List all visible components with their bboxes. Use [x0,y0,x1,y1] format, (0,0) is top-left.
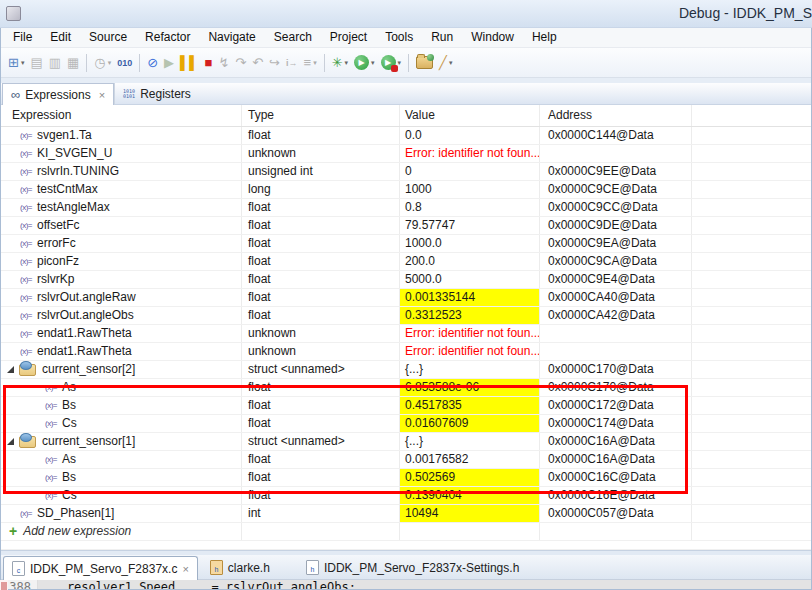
dropdown-arrow-icon[interactable]: ▾ [21,59,25,67]
toolbar-separator [324,54,325,72]
view-tab-bar: ∞Expressions×1010 0101Registers [0,83,812,105]
table-row[interactable]: (x)=rslvrOut.angleObsfloat0.33125230x000… [0,307,812,325]
step-over-button: ↶ [249,52,266,74]
code-editor-line[interactable]: 388 resolver1.Speed = rslvrOut.angleObs; [0,580,812,590]
expression-icon: (x)= [20,181,32,198]
close-tab-icon[interactable]: × [99,89,105,101]
expression-name: testCntMax [37,181,98,198]
editor-tab-settings-h[interactable]: hIDDK_PM_Servo_F2837x-Settings.h [298,556,527,579]
menu-project[interactable]: Project [321,28,376,47]
table-row[interactable]: (x)=Csfloat0.13904040x0000C16E@Data [0,487,812,505]
expression-name: rslvrIn.TUNING [37,163,119,180]
expression-icon: (x)= [45,451,57,468]
expand-arrow-icon[interactable] [7,438,14,445]
step-into-icon: ↷ [235,52,246,74]
expression-icon: (x)= [20,217,32,234]
table-row[interactable]: (x)=testAngleMaxfloat0.80x0000C9CC@Data [0,199,812,217]
type-cell: float [242,127,400,144]
table-row[interactable]: (x)=Asfloat6.853588e-060x0000C170@Data [0,379,812,397]
column-header-type[interactable]: Type [242,105,400,126]
table-row[interactable]: (x)=rslvrKpfloat5000.00x0000C9E4@Data [0,271,812,289]
table-row[interactable]: (x)=Csfloat0.016076090x0000C174@Data [0,415,812,433]
column-header-address[interactable]: Address [540,105,692,126]
editor-tab-iddk-pm-servo-c[interactable]: cIDDK_PM_Servo_F2837x.c× [3,556,198,580]
table-row[interactable]: (x)=svgen1.Tafloat0.00x0000C144@Data [0,127,812,145]
menu-run[interactable]: Run [422,28,462,47]
address-cell: 0x0000C16A@Data [540,433,692,450]
table-row[interactable]: current_sensor[2]struct <unnamed>{...}0x… [0,361,812,379]
file-c-icon: c [12,561,25,576]
open-project-button[interactable] [413,52,436,74]
table-row[interactable]: current_sensor[1]struct <unnamed>{...}0x… [0,433,812,451]
table-row[interactable]: (x)=offsetFcfloat79.577470x0000C9DE@Data [0,217,812,235]
editor-tab-clarke-h[interactable]: hclarke.h [202,556,278,579]
resume-button: ▶ [161,52,177,74]
column-header-value[interactable]: Value [400,105,540,126]
expression-icon: (x)= [20,145,32,162]
menu-refactor[interactable]: Refactor [136,28,199,47]
menu-tools[interactable]: Tools [376,28,422,47]
address-cell: 0x0000C16A@Data [540,451,692,468]
expression-icon: (x)= [20,307,32,324]
value-cell: 0.1390404 [400,487,540,504]
table-row[interactable]: (x)=piconFzfloat200.00x0000C9CA@Data [0,253,812,271]
run-icon: ▶ [354,55,369,70]
clean-icon: ╱ [439,52,447,74]
menu-edit[interactable]: Edit [41,28,80,47]
type-cell: float [242,487,400,504]
suspend-button[interactable]: ▌▌ [177,52,201,74]
terminate-button[interactable]: ■ [202,52,216,74]
address-cell: 0x0000C057@Data [540,505,692,522]
value-cell: 0.001335144 [400,289,540,306]
registers-binary-icon: 1010 0101 [123,89,135,99]
dropdown-arrow-icon[interactable]: ▾ [449,59,453,67]
value-cell: 5000.0 [400,271,540,288]
table-row[interactable]: (x)=testCntMaxlong10000x0000C9CE@Data [0,181,812,199]
table-row[interactable]: (x)=SD_Phasen[1]int104940x0000C057@Data [0,505,812,523]
run-button[interactable]: ▶▾ [351,52,378,74]
dropdown-arrow-icon[interactable]: ▾ [313,59,317,67]
new-wizard-button[interactable]: ⊞▾ [5,52,27,74]
address-cell [540,343,692,360]
dropdown-arrow-icon[interactable]: ▾ [398,59,402,67]
table-row[interactable]: (x)=endat1.RawThetaunknownError: identif… [0,325,812,343]
table-row[interactable]: (x)=errorFcfloat1000.00x0000C9EA@Data [0,235,812,253]
dropdown-arrow-icon[interactable]: ▾ [345,59,349,67]
dropdown-arrow-icon[interactable]: ▾ [108,59,112,67]
tab-expressions[interactable]: ∞Expressions× [2,83,114,105]
table-row[interactable]: (x)=rslvrIn.TUNINGunsigned int00x0000C9E… [0,163,812,181]
close-tab-icon[interactable]: × [182,563,188,575]
table-row[interactable]: (x)=KI_SVGEN_UunknownError: identifier n… [0,145,812,163]
value-cell: 1000 [400,181,540,198]
expand-arrow-icon[interactable] [7,366,14,373]
profile-button[interactable]: ▶▾ [378,52,405,74]
menu-search[interactable]: Search [265,28,321,47]
dropdown-arrow-icon[interactable]: ▾ [371,59,375,67]
flash-icon: ✳ [332,52,343,74]
flash-button[interactable]: ✳▾ [329,52,351,74]
address-cell: 0x0000C170@Data [540,361,692,378]
menu-file[interactable]: File [4,28,41,47]
clean-button[interactable]: ╱▾ [436,52,455,74]
menu-source[interactable]: Source [80,28,136,47]
binary-view-button[interactable]: 010 [114,52,135,74]
column-header-expression[interactable]: Expression [0,105,242,126]
menu-help[interactable]: Help [523,28,566,47]
debug-history-icon: ◷ [94,52,105,74]
skip-breakpoints-button[interactable]: ⊘ [144,52,161,74]
menu-window[interactable]: Window [462,28,523,47]
table-row[interactable]: (x)=Bsfloat0.5025690x0000C16C@Data [0,469,812,487]
step-over-icon: ↶ [252,52,263,74]
address-cell: 0x0000C9E4@Data [540,271,692,288]
table-row[interactable]: (x)=Asfloat0.001765820x0000C16A@Data [0,451,812,469]
table-row[interactable]: (x)=rslvrOut.angleRawfloat0.0013351440x0… [0,289,812,307]
type-cell: float [242,307,400,324]
add-new-expression-row[interactable]: +Add new expression [0,523,812,541]
menu-navigate[interactable]: Navigate [199,28,264,47]
value-cell: {...} [400,433,540,450]
file-h-icon: h [306,560,319,575]
table-row[interactable]: (x)=Bsfloat0.45178350x0000C172@Data [0,397,812,415]
tab-registers[interactable]: 1010 0101Registers [114,83,199,104]
table-row[interactable]: (x)=endat1.RawThetaunknownError: identif… [0,343,812,361]
menu-bar: FileEditSourceRefactorNavigateSearchProj… [0,28,812,48]
